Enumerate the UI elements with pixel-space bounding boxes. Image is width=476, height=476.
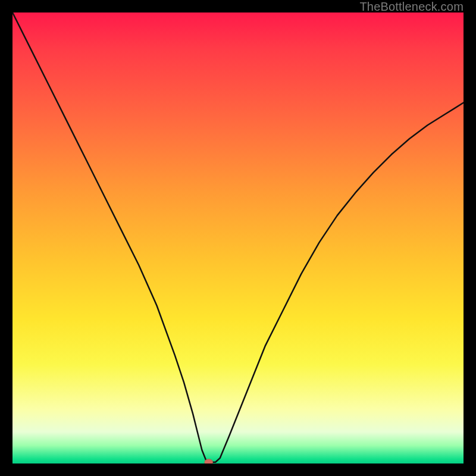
plot-area [12, 12, 464, 464]
curve-layer [12, 12, 464, 464]
watermark-text: TheBottleneck.com [359, 0, 464, 14]
minimum-marker [205, 459, 213, 464]
chart-frame: TheBottleneck.com [0, 0, 476, 476]
bottleneck-curve [12, 12, 464, 462]
